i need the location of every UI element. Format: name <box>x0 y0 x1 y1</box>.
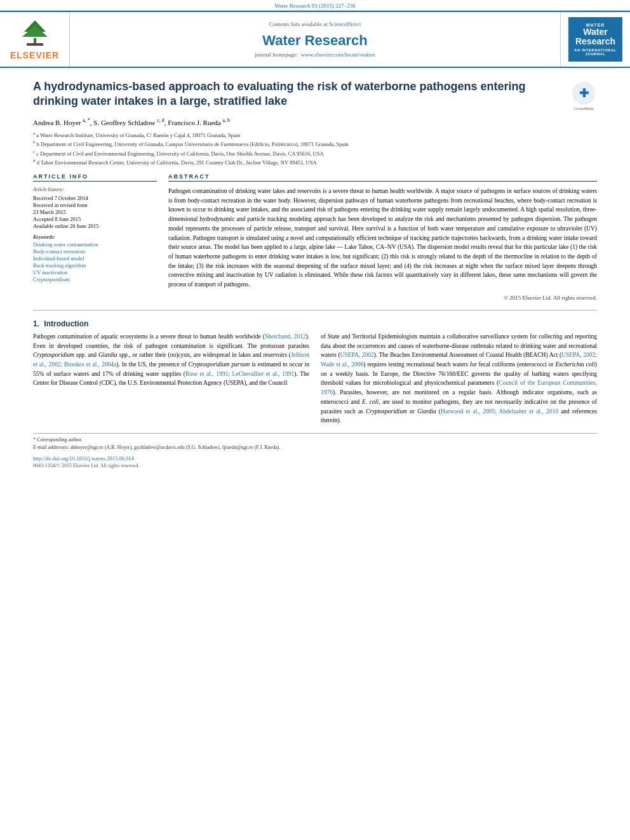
section-number: 1. <box>33 319 39 328</box>
affiliation-a: a a Water Research Institute, University… <box>33 130 597 140</box>
section-divider <box>33 310 597 310</box>
keyword-5: UV inactivation <box>33 269 157 276</box>
intro-left-text: Pathogen contamination of aquatic ecosys… <box>33 332 309 388</box>
wr-logo-box: WATER WaterResearch An International Jou… <box>568 17 622 62</box>
keywords-section: Keywords: Drinking water contamination B… <box>33 234 157 283</box>
homepage-prefix: journal homepage: <box>255 51 298 58</box>
sciencedirect-prefix: Contents lists available at <box>269 21 328 27</box>
article-title: A hydrodynamics-based approach to evalua… <box>33 79 564 109</box>
elsevier-text: ELSEVIER <box>10 50 59 60</box>
sciencedirect-link[interactable]: ScienceDirect <box>329 21 361 27</box>
authors-line: Andrea B. Hoyer a, *, S. Geoffrey Schlad… <box>33 117 597 126</box>
introduction-two-col: Pathogen contamination of aquatic ecosys… <box>33 332 597 425</box>
crossmark-label: CrossMark <box>573 106 593 111</box>
section-title-text: Introduction <box>44 319 88 328</box>
svg-rect-3 <box>27 43 43 46</box>
footnote-section: * Corresponding author. E-mail addresses… <box>33 433 597 469</box>
sciencedirect-line: Contents lists available at ScienceDirec… <box>269 21 361 27</box>
introduction-section: 1. Introduction Pathogen contamination o… <box>33 319 597 425</box>
keywords-label: Keywords: <box>33 234 157 240</box>
journal-reference-text: Water Research 83 (2015) 227–236 <box>274 3 356 9</box>
footnote-corresponding: * Corresponding author. <box>33 436 597 444</box>
online-date: Available online 20 June 2015 <box>33 223 157 229</box>
journal-title: Water Research <box>262 32 367 49</box>
homepage-link[interactable]: www.elsevier.com/locate/watres <box>301 51 375 58</box>
doi-text: http://dx.doi.org/10.1016/j.watres.2015.… <box>33 455 134 462</box>
accepted-date: Accepted 8 June 2015 <box>33 216 157 222</box>
intro-right-text: of State and Territorial Epidemiologists… <box>321 332 597 425</box>
intro-right-column: of State and Territorial Epidemiologists… <box>321 332 597 425</box>
abstract-column: ABSTRACT Pathogen contamination of drink… <box>168 173 597 301</box>
email-label: E-mail addresses: <box>33 444 69 450</box>
keyword-4: Back-tracking algorithm <box>33 262 157 269</box>
doi-line[interactable]: http://dx.doi.org/10.1016/j.watres.2015.… <box>33 455 597 462</box>
journal-title-center: Contents lists available at ScienceDirec… <box>70 12 560 67</box>
elsevier-logo-section: ELSEVIER <box>0 12 70 67</box>
wr-logo-main: WaterResearch <box>575 27 615 47</box>
affiliation-b: b b Department of Civil Engineering, Uni… <box>33 139 597 149</box>
abstract-text: Pathogen contamination of drinking water… <box>168 187 597 290</box>
affiliations-section: a a Water Research Institute, University… <box>33 130 597 167</box>
article-info-abstract-section: ARTICLE INFO Article history: Received 7… <box>33 173 597 301</box>
email-addresses: abhoyer@ugr.es (A.B. Hoyer), gschladow@u… <box>70 444 281 450</box>
paper-body: A hydrodynamics-based approach to evalua… <box>0 68 630 480</box>
revised-label: Received in revised form <box>33 202 157 208</box>
affiliation-d: d d Tahoe Environmental Research Center,… <box>33 157 597 167</box>
keyword-2: Body-contact recreation <box>33 248 157 255</box>
crossmark-icon: ✚ <box>572 82 595 105</box>
revised-date: 23 March 2015 <box>33 209 157 215</box>
wr-logo-sub: An International Journal <box>571 48 620 56</box>
issn-line: 0043-1354/© 2015 Elsevier Ltd. All right… <box>33 463 597 469</box>
journal-reference-bar: Water Research 83 (2015) 227–236 <box>0 0 630 11</box>
affiliation-c: c c Department of Civil and Environmenta… <box>33 149 597 158</box>
water-research-logo-section: WATER WaterResearch An International Jou… <box>560 12 630 67</box>
introduction-title: 1. Introduction <box>33 319 597 328</box>
article-info-column: ARTICLE INFO Article history: Received 7… <box>33 173 157 301</box>
keyword-3: Individual-based model <box>33 255 157 262</box>
history-label: Article history: <box>33 187 157 192</box>
intro-left-column: Pathogen contamination of aquatic ecosys… <box>33 332 309 425</box>
journal-homepage-line: journal homepage: www.elsevier.com/locat… <box>255 51 375 58</box>
article-title-row: A hydrodynamics-based approach to evalua… <box>33 79 597 111</box>
journal-header: ELSEVIER Contents lists available at Sci… <box>0 11 630 68</box>
keyword-6: Cryptosporidium <box>33 276 157 283</box>
copyright-line: © 2015 Elsevier Ltd. All rights reserved… <box>168 295 597 301</box>
received-date: Received 7 October 2014 <box>33 195 157 201</box>
keyword-1: Drinking water contamination <box>33 241 157 248</box>
corresponding-label: * Corresponding author. <box>33 437 83 443</box>
abstract-header: ABSTRACT <box>168 173 597 182</box>
crossmark-section: ✚ CrossMark <box>570 82 597 111</box>
elsevier-tree-icon <box>13 19 57 48</box>
footnote-emails: E-mail addresses: abhoyer@ugr.es (A.B. H… <box>33 444 597 451</box>
article-info-header: ARTICLE INFO <box>33 173 157 182</box>
